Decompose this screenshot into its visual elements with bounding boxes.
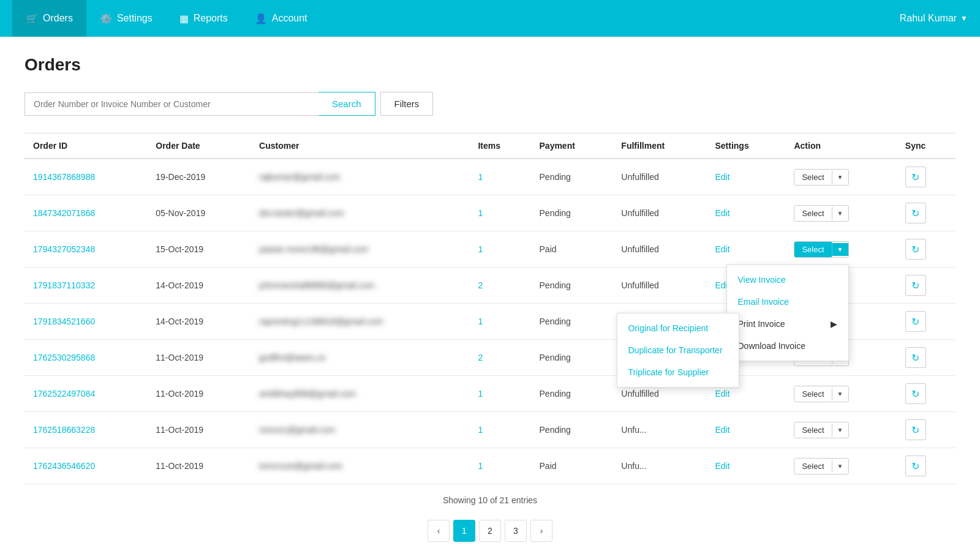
nav-items: 🛒 Orders ⚙️ Settings ▦ Reports 👤 Account [12,0,900,37]
cell-payment: Pending [531,304,613,340]
select-label: Select [794,206,831,221]
print-invoice-item[interactable]: Print Invoice ▶ [727,313,848,335]
download-invoice-item[interactable]: Download Invoice [727,335,848,357]
select-arrow-icon: ▼ [832,171,848,184]
email-invoice-item[interactable]: Email Invoice [727,291,848,313]
cell-sync: ↻ [897,195,956,231]
select-label: Select [794,422,831,438]
sync-button[interactable]: ↻ [905,239,926,260]
next-page-button[interactable]: › [530,520,552,542]
cell-items: 1 [469,376,530,412]
original-recipient-item[interactable]: Original for Recipient [617,317,739,339]
cell-payment: Paid [531,448,613,484]
order-id-link[interactable]: 1762522497084 [33,389,95,399]
pagination-info: Showing 10 of 21 entries [24,495,956,505]
user-menu[interactable]: Rahul Kumar ▼ [900,13,968,24]
select-button[interactable]: Select ▼ [794,205,848,222]
col-order-id: Order ID [24,133,147,159]
order-id-link[interactable]: 1847342071868 [33,208,95,218]
sync-button[interactable]: ↻ [905,383,926,404]
select-label: Select [794,386,831,402]
sync-button[interactable]: ↻ [905,275,926,296]
col-settings: Settings [706,133,785,159]
nav-settings[interactable]: ⚙️ Settings [86,0,166,37]
nav-reports-label: Reports [194,13,228,24]
edit-link[interactable]: Edit [715,425,729,435]
triplicate-supplier-item[interactable]: Triplicate for Supplier [617,361,739,383]
cell-settings: Edit [706,231,785,268]
select-button[interactable]: Select ▼ [794,241,848,258]
select-arrow-icon: ▼ [832,243,848,256]
cell-customer: dev.tester@gmail.com [251,195,469,231]
order-id-link[interactable]: 1762530295868 [33,353,95,362]
cell-customer: godfire@awes.co [251,340,469,376]
page-1-button[interactable]: 1 [453,520,475,542]
select-label: Select [794,459,831,474]
nav-settings-label: Settings [117,13,153,24]
sync-button[interactable]: ↻ [905,167,926,187]
order-id-link[interactable]: 1791837110332 [33,280,95,290]
cell-sync: ↻ [897,448,956,484]
select-button[interactable]: Select ▼ [794,386,848,402]
edit-link[interactable]: Edit [715,172,729,182]
page-2-button[interactable]: 2 [479,520,501,542]
nav-orders[interactable]: 🛒 Orders [12,0,86,37]
cell-customer: tomcruze@gmail.com [251,448,469,484]
sync-button[interactable]: ↻ [905,455,926,476]
cell-order-date: 14-Oct-2019 [147,304,251,340]
cell-payment: Pending [531,268,613,304]
cell-fulfillment: Unfu... [612,412,706,448]
cell-sync: ↻ [897,412,956,448]
sync-button[interactable]: ↻ [905,203,926,223]
edit-link[interactable]: Edit [715,208,729,218]
search-input[interactable] [24,92,318,116]
nav-reports[interactable]: ▦ Reports [166,0,241,37]
reports-icon: ▦ [179,13,189,24]
cell-order-id: 1762530295868 [24,340,147,376]
edit-link[interactable]: Edit [715,389,729,399]
select-button[interactable]: Select ▼ [794,422,848,438]
orders-table: Order ID Order Date Customer Items Payme… [24,133,956,484]
cell-fulfillment: Unfulfilled [612,159,706,195]
cell-settings: Edit [706,195,785,231]
cell-order-id: 1914367868988 [24,159,147,195]
order-id-link[interactable]: 1762436546620 [33,461,95,471]
print-submenu: Original for Recipient Duplicate for Tra… [617,313,739,388]
cell-action: Select ▼ [785,376,896,412]
cell-customer: pawan.more198@gmail.com [251,231,469,268]
duplicate-transporter-item[interactable]: Duplicate for Transporter [617,339,739,361]
sync-button[interactable]: ↻ [905,347,926,368]
order-id-link[interactable]: 1914367868988 [33,172,95,182]
cell-order-id: 1794327052348 [24,231,147,268]
select-arrow-icon: ▼ [832,460,848,473]
nav-account[interactable]: 👤 Account [241,0,321,37]
search-button[interactable]: Search [318,92,375,116]
prev-page-button[interactable]: ‹ [428,520,450,542]
cell-items: 1 [469,159,530,195]
cell-order-date: 05-Nov-2019 [147,195,251,231]
cell-items: 1 [469,412,530,448]
cell-action: Select ▼ [785,412,896,448]
select-arrow-icon: ▼ [832,207,848,220]
page-3-button[interactable]: 3 [505,520,527,542]
view-invoice-item[interactable]: View Invoice [727,269,848,291]
order-id-link[interactable]: 1794327052348 [33,244,95,254]
filters-button[interactable]: Filters [380,92,434,116]
cell-fulfillment: Unfu... [612,448,706,484]
order-id-link[interactable]: 1791834521660 [33,317,95,326]
nav-orders-label: Orders [43,13,73,24]
action-dropdown-container: Select ▼ [794,205,848,222]
select-button[interactable]: Select ▼ [794,169,848,186]
cell-settings: Edit [706,412,785,448]
sync-button[interactable]: ↻ [905,419,926,440]
edit-link[interactable]: Edit [715,461,729,471]
order-id-link[interactable]: 1762518663228 [33,425,95,435]
sync-button[interactable]: ↻ [905,311,926,332]
action-dropdown-container: Select ▼ [794,422,848,438]
edit-link[interactable]: Edit [715,244,729,254]
select-button[interactable]: Select ▼ [794,458,848,474]
cell-sync: ↻ [897,340,956,376]
col-sync: Sync [897,133,956,159]
cell-payment: Pending [531,376,613,412]
cell-order-id: 1762518663228 [24,412,147,448]
